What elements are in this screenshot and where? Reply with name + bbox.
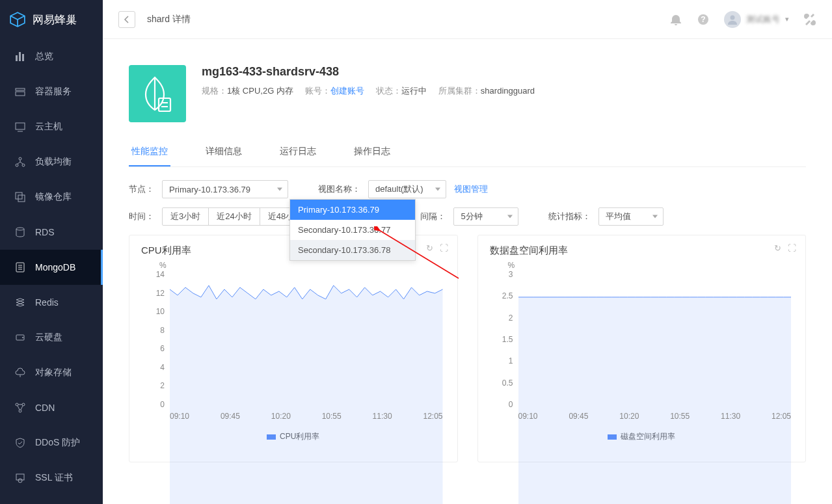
svg-marker-32 [518, 297, 792, 504]
sidebar-item-rds[interactable]: RDS [0, 215, 103, 250]
svg-point-26 [731, 15, 735, 20]
sidebar-item-vm[interactable]: 云主机 [0, 109, 103, 144]
cluster-value: shardingguard [481, 86, 535, 96]
svg-rect-1 [19, 52, 21, 61]
spec-label: 规格： [202, 86, 227, 96]
stat-select[interactable]: 平均值 [598, 207, 664, 226]
tabs: 性能监控详细信息运行日志操作日志 [129, 138, 806, 167]
vm-icon [14, 121, 26, 133]
y-unit: % [508, 261, 515, 270]
svg-rect-11 [18, 195, 25, 202]
disk-icon [14, 332, 26, 343]
svg-point-21 [19, 410, 21, 412]
sidebar-item-oss[interactable]: 对象存储 [0, 355, 103, 390]
sidebar-item-cdn[interactable]: CDN [0, 390, 103, 425]
view-select[interactable]: default(默认) [368, 180, 446, 198]
chevron-down-icon: ▾ [785, 15, 789, 23]
bell-icon[interactable] [669, 13, 682, 26]
tab-detail[interactable]: 详细信息 [203, 138, 245, 166]
images-icon [14, 191, 26, 203]
refresh-icon[interactable]: ↻ [774, 243, 781, 253]
sidebar-item-label: 云主机 [35, 121, 62, 133]
gap-select[interactable]: 5分钟 [453, 207, 518, 226]
expand-icon[interactable]: ⛶ [788, 243, 796, 253]
chart-plot [170, 270, 443, 504]
chart-plot [518, 270, 792, 504]
node-select[interactable]: Primary-10.173.36.79 [162, 180, 288, 198]
svg-rect-2 [22, 54, 24, 61]
svg-point-12 [16, 228, 24, 230]
sidebar-item-ddos[interactable]: DDoS 防护 [0, 425, 103, 460]
tab-oplog[interactable]: 操作日志 [351, 138, 393, 166]
status-label: 状态： [376, 86, 401, 96]
logo-cube-icon [9, 11, 26, 28]
time-option[interactable]: 近3小时 [162, 207, 209, 226]
lb-icon [14, 156, 26, 168]
account-label: 账号： [305, 86, 330, 96]
svg-rect-5 [16, 123, 25, 129]
sidebar-item-images[interactable]: 镜像仓库 [0, 179, 103, 215]
filter-row-1: 节点： Primary-10.173.36.79 视图名称： default(默… [129, 180, 806, 198]
sidebar-item-label: DDoS 防护 [35, 437, 80, 449]
instance-title: mg163-433-shardsrv-438 [202, 65, 535, 79]
sidebar-item-disk[interactable]: 云硬盘 [0, 320, 103, 355]
brand-text: 网易蜂巢 [33, 12, 77, 27]
y-unit: % [159, 261, 167, 270]
sidebar: 网易蜂巢 总览容器服务云主机负载均衡镜像仓库RDSMongoDBRedis云硬盘… [0, 0, 103, 504]
sidebar-item-label: 负载均衡 [35, 156, 72, 168]
node-label: 节点： [129, 183, 154, 195]
chart-title: 数据盘空间利用率 [490, 245, 794, 257]
sidebar-item-ssl[interactable]: SSL 证书 [0, 460, 103, 496]
help-icon[interactable]: ? [697, 13, 710, 26]
create-account-link[interactable]: 创建账号 [330, 86, 364, 96]
svg-rect-0 [16, 55, 18, 61]
sidebar-item-label: MongoDB [35, 262, 75, 272]
time-label: 时间： [129, 211, 154, 222]
user-menu[interactable]: 测试账号 ▾ [724, 11, 789, 28]
svg-rect-4 [16, 92, 25, 96]
view-manage-link[interactable]: 视图管理 [454, 183, 488, 195]
db-icon [14, 226, 26, 238]
tools-icon[interactable] [803, 13, 816, 26]
svg-point-8 [16, 164, 18, 166]
oss-icon [14, 367, 26, 378]
refresh-icon[interactable]: ↻ [426, 243, 433, 253]
node-option[interactable]: Secondary-10.173.36.77 [290, 220, 415, 240]
sidebar-item-label: Redis [35, 297, 59, 308]
x-axis: 09:1009:4510:2010:5511:3012:05 [170, 412, 443, 421]
sidebar-item-redis[interactable]: Redis [0, 285, 103, 320]
svg-rect-10 [16, 192, 22, 199]
tab-monitor[interactable]: 性能监控 [129, 138, 170, 166]
svg-point-18 [22, 337, 23, 338]
svg-point-9 [22, 164, 25, 166]
sidebar-item-container[interactable]: 容器服务 [0, 74, 103, 109]
time-option[interactable]: 近24小时 [208, 207, 260, 226]
svg-point-20 [22, 403, 25, 406]
brand-logo[interactable]: 网易蜂巢 [0, 0, 103, 39]
sidebar-item-mongodb[interactable]: MongoDB [0, 250, 103, 285]
node-option[interactable]: Secondary-10.173.36.78 [290, 240, 415, 260]
gap-label: 间隔： [420, 211, 446, 222]
sidebar-item-lb[interactable]: 负载均衡 [0, 144, 103, 179]
back-button[interactable] [118, 11, 135, 28]
cluster-label: 所属集群： [438, 86, 481, 96]
stat-label: 统计指标： [548, 211, 591, 222]
tab-runlog[interactable]: 运行日志 [277, 138, 319, 166]
svg-text:?: ? [701, 15, 705, 24]
cdn-icon [14, 402, 26, 414]
expand-icon[interactable]: ⛶ [440, 243, 448, 253]
shield-icon [14, 437, 26, 449]
svg-point-23 [18, 479, 22, 483]
redis-icon [14, 297, 26, 308]
svg-point-19 [16, 403, 18, 406]
instance-header: mg163-433-shardsrv-438 规格：1核 CPU,2G 内存 账… [129, 65, 806, 122]
sidebar-item-label: RDS [35, 227, 55, 237]
y-axis: 32.521.510.50 [490, 270, 513, 409]
svg-marker-31 [170, 285, 443, 504]
chart-card: 数据盘空间利用率↻⛶%32.521.510.5009:1009:4510:201… [477, 235, 807, 462]
breadcrumb: shard 详情 [147, 14, 191, 25]
node-option[interactable]: Primary-10.173.36.79 [290, 200, 415, 220]
sidebar-item-label: 对象存储 [35, 367, 72, 378]
sidebar-item-overview[interactable]: 总览 [0, 39, 103, 74]
topbar: shard 详情 ? 测试账号 ▾ [103, 0, 832, 39]
